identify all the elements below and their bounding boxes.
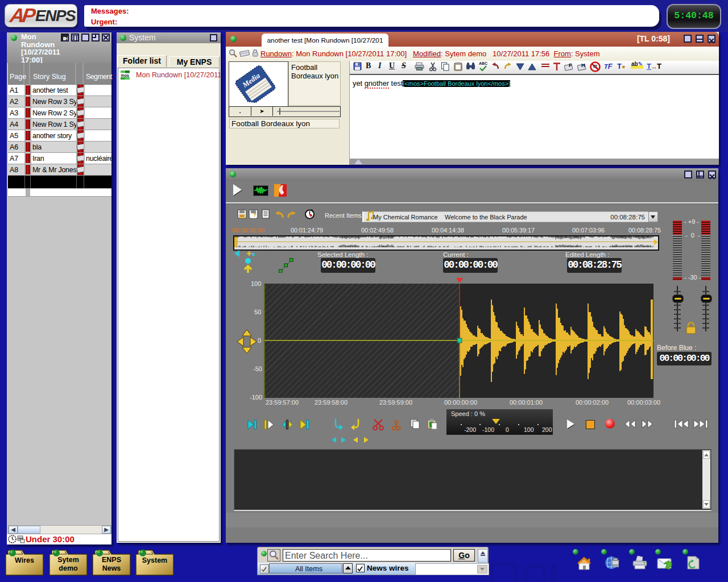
svg-text:F: F (569, 63, 572, 68)
svg-text:mos: mos (121, 73, 130, 77)
svg-text:?: ? (253, 212, 257, 218)
svg-text:H: H (581, 63, 585, 68)
